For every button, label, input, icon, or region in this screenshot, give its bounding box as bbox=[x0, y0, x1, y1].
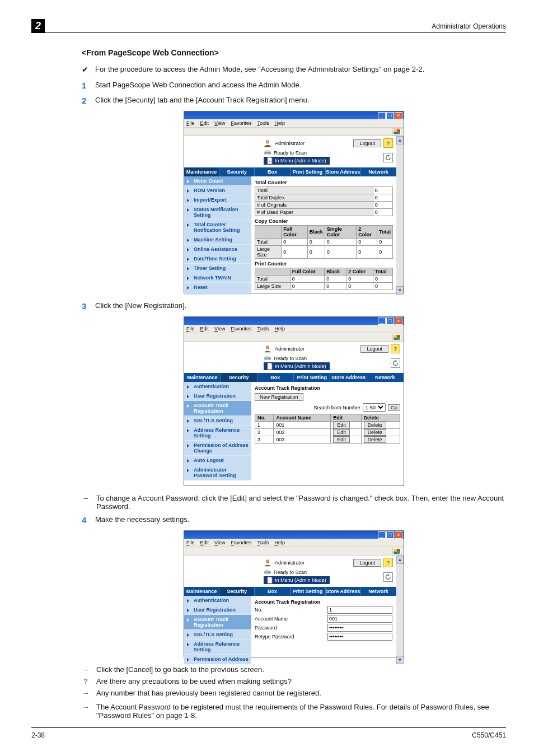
edit-button[interactable]: Edit bbox=[333, 422, 350, 428]
menu-view[interactable]: View bbox=[214, 326, 225, 332]
sidebar-item-authentication[interactable]: Authentication bbox=[184, 382, 251, 391]
tab-maintenance[interactable]: Maintenance bbox=[184, 587, 219, 596]
sidebar-item-auto-logout[interactable]: Auto Logout bbox=[184, 456, 251, 465]
sidebar-item-user-registration[interactable]: User Registration bbox=[184, 605, 251, 615]
scrollbar-3[interactable]: ▲▼ bbox=[396, 556, 404, 664]
refresh-icon[interactable] bbox=[383, 572, 393, 582]
sidebar-item-import-export[interactable]: Import/Export bbox=[184, 195, 251, 205]
tab-maintenance[interactable]: Maintenance bbox=[184, 373, 221, 382]
close-icon[interactable]: × bbox=[395, 112, 402, 119]
menu-favorites[interactable]: Favorites bbox=[231, 120, 251, 126]
tab-store-address[interactable]: Store Address bbox=[326, 587, 361, 596]
tab-print-setting[interactable]: Print Setting bbox=[291, 587, 326, 596]
close-icon[interactable]: × bbox=[395, 318, 402, 325]
tab-box[interactable]: Box bbox=[255, 167, 290, 176]
minimize-icon[interactable]: _ bbox=[378, 318, 386, 325]
sidebar-item-permission-address[interactable]: Permission of Address bbox=[184, 655, 251, 664]
tab-store-address[interactable]: Store Address bbox=[326, 167, 361, 176]
help-icon[interactable]: ? bbox=[383, 138, 393, 148]
close-icon[interactable]: × bbox=[395, 531, 402, 539]
refresh-icon[interactable] bbox=[391, 358, 400, 368]
help-icon[interactable]: ? bbox=[391, 344, 400, 353]
refresh-icon[interactable] bbox=[383, 153, 393, 162]
menu-help[interactable]: Help bbox=[274, 540, 285, 545]
tab-store-address[interactable]: Store Address bbox=[330, 373, 367, 382]
help-icon[interactable]: ? bbox=[383, 558, 393, 567]
password-input[interactable] bbox=[327, 624, 392, 632]
delete-button[interactable]: Delete bbox=[364, 436, 386, 443]
minimize-icon[interactable]: _ bbox=[378, 531, 386, 539]
delete-button[interactable]: Delete bbox=[364, 429, 386, 436]
sidebar-item-address-reference[interactable]: Address Reference Setting bbox=[184, 426, 251, 441]
menu-tools[interactable]: Tools bbox=[257, 540, 269, 545]
retype-password-input[interactable] bbox=[327, 633, 392, 641]
tab-security[interactable]: Security bbox=[219, 587, 255, 596]
menu-tools[interactable]: Tools bbox=[257, 326, 269, 332]
tab-security[interactable]: Security bbox=[221, 373, 257, 382]
menu-view[interactable]: View bbox=[214, 540, 225, 545]
sidebar-item-machine-setting[interactable]: Machine Setting bbox=[184, 235, 251, 245]
menu-favorites[interactable]: Favorites bbox=[231, 326, 251, 332]
maximize-icon[interactable]: □ bbox=[386, 531, 394, 539]
edit-button[interactable]: Edit bbox=[333, 436, 350, 443]
scroll-up-icon[interactable]: ▲ bbox=[396, 136, 404, 144]
menu-edit[interactable]: Edit bbox=[200, 326, 209, 332]
sidebar-item-network-twain[interactable]: Network TWAIN bbox=[184, 273, 251, 283]
maximize-icon[interactable]: □ bbox=[386, 318, 394, 325]
tab-network[interactable]: Network bbox=[367, 373, 404, 382]
scroll-down-icon[interactable]: ▼ bbox=[396, 656, 404, 664]
tab-print-setting[interactable]: Print Setting bbox=[294, 373, 330, 382]
sidebar-item-user-registration[interactable]: User Registration bbox=[184, 391, 251, 401]
sidebar-item-account-track-registration[interactable]: Account Track Registration bbox=[184, 615, 251, 630]
tab-box[interactable]: Box bbox=[255, 587, 290, 596]
sidebar-item-total-counter-notification[interactable]: Total Counter Notification Setting bbox=[184, 220, 251, 235]
sidebar-item-online-assistance[interactable]: Online Assistance bbox=[184, 245, 251, 254]
scroll-down-icon[interactable]: ▼ bbox=[396, 286, 404, 295]
account-name-input[interactable] bbox=[327, 615, 392, 623]
menu-favorites[interactable]: Favorites bbox=[231, 540, 251, 545]
sidebar-item-ssl-tls[interactable]: SSL/TLS Setting bbox=[184, 630, 251, 640]
sidebar-item-timer-setting[interactable]: Timer Setting bbox=[184, 264, 251, 273]
sidebar-item-admin-password[interactable]: Administrator Password Setting bbox=[184, 465, 251, 480]
menu-edit[interactable]: Edit bbox=[200, 540, 209, 545]
menu-tools[interactable]: Tools bbox=[257, 120, 269, 126]
scrollbar-1[interactable]: ▲▼ bbox=[396, 136, 404, 295]
search-range-select[interactable]: 1-50 bbox=[363, 403, 386, 412]
sidebar-item-ssl-tls[interactable]: SSL/TLS Setting bbox=[184, 416, 251, 426]
sidebar-item-status-notification[interactable]: Status Notification Setting bbox=[184, 205, 251, 220]
menu-edit[interactable]: Edit bbox=[200, 120, 209, 126]
sidebar-item-reset[interactable]: Reset bbox=[184, 283, 251, 292]
tab-maintenance[interactable]: Maintenance bbox=[184, 167, 219, 176]
maximize-icon[interactable]: □ bbox=[386, 112, 394, 119]
tab-box[interactable]: Box bbox=[257, 373, 294, 382]
minimize-icon[interactable]: _ bbox=[378, 112, 386, 119]
tab-network[interactable]: Network bbox=[361, 587, 396, 596]
logout-button[interactable]: Logout bbox=[353, 139, 381, 147]
delete-button[interactable]: Delete bbox=[364, 422, 386, 428]
go-button[interactable]: Go bbox=[388, 404, 400, 411]
menu-help[interactable]: Help bbox=[274, 120, 285, 126]
menu-file[interactable]: File bbox=[186, 326, 195, 332]
tab-security[interactable]: Security bbox=[219, 167, 255, 176]
menu-file[interactable]: File bbox=[186, 120, 195, 126]
sidebar-item-date-time[interactable]: Date/Time Setting bbox=[184, 254, 251, 264]
menu-view[interactable]: View bbox=[214, 120, 225, 126]
sidebar-item-authentication[interactable]: Authentication bbox=[184, 596, 251, 605]
sidebar-item-account-track-registration[interactable]: Account Track Registration bbox=[184, 401, 251, 416]
no-input[interactable] bbox=[327, 606, 392, 614]
menu-help[interactable]: Help bbox=[274, 326, 285, 332]
menu-file[interactable]: File bbox=[186, 540, 195, 545]
scroll-up-icon[interactable]: ▲ bbox=[396, 556, 404, 564]
menu-status: In Menu (Admin Mode) bbox=[275, 577, 326, 583]
tab-print-setting[interactable]: Print Setting bbox=[291, 167, 326, 176]
sidebar-item-permission-address-change[interactable]: Permission of Address Change bbox=[184, 441, 251, 456]
edit-button[interactable]: Edit bbox=[333, 429, 350, 436]
sidebar-item-rom-version[interactable]: ROM Version bbox=[184, 186, 251, 195]
tab-network[interactable]: Network bbox=[361, 167, 396, 176]
sidebar-item-address-reference[interactable]: Address Reference Setting bbox=[184, 640, 251, 655]
logout-button[interactable]: Logout bbox=[353, 559, 381, 567]
logout-button[interactable]: Logout bbox=[360, 345, 388, 353]
new-registration-button[interactable]: New Registration bbox=[255, 393, 303, 401]
ready-status: Ready to Scan bbox=[274, 150, 307, 156]
sidebar-item-meter-count[interactable]: Meter Count bbox=[184, 176, 251, 186]
